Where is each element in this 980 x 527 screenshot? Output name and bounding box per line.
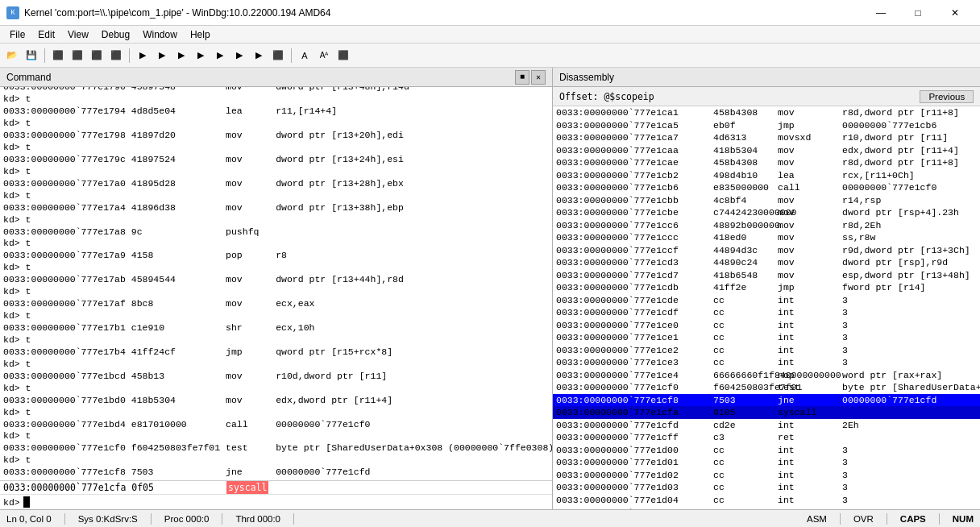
disasm-row[interactable]: 0033:00000000`777e1d03ccint3 [553,481,980,494]
disasm-row[interactable]: 0033:00000000`777e1cd344890c24movdword p… [553,256,980,269]
disasm-bytes: 418b5304 [713,144,778,157]
menu-window[interactable]: Window [136,27,184,42]
disasm-addr: 0033:00000000`777e1d00 [556,444,713,457]
toolbar-btn-12[interactable]: ▶ [230,47,248,64]
toolbar-sep-2 [129,48,130,63]
disasm-mnemonic: int [778,419,842,432]
disasm-mnemonic: mov [778,206,842,219]
disasm-row[interactable]: 0033:00000000`777e1cfa0105syscall [553,406,980,419]
disasm-row[interactable]: 0033:00000000`777e1cbec74424230000000mov… [553,206,980,219]
disasm-mnemonic: int [778,356,842,369]
disasm-row[interactable]: 0033:00000000`777e1d01ccint3 [553,456,980,469]
disasm-bytes: eb0f [713,119,778,132]
disasm-addr: 0033:00000000`777e1cd3 [556,256,713,269]
disasm-row[interactable]: 0033:00000000`777e1cb2498d4b10learcx,[r1… [553,169,980,182]
disasm-mnemonic: int [778,469,842,482]
toolbar-btn-1[interactable]: 📂 [3,47,21,64]
toolbar-btn-3[interactable]: ⬛ [49,47,67,64]
toolbar-btn-6[interactable]: ⬛ [107,47,125,64]
disasm-addr: 0033:00000000`777e1d01 [556,456,713,469]
status-sep-4 [293,513,294,525]
disasm-row[interactable]: 0033:00000000`777e1cffc3ret [553,431,980,444]
toolbar-btn-15[interactable]: ⬛ [334,47,352,64]
status-sep-2 [151,513,152,525]
minimize-button[interactable]: ― [862,0,899,26]
disasm-bytes: cc [713,331,778,344]
menu-edit[interactable]: Edit [31,27,61,42]
command-output[interactable]: 00000000`777e4690 00000000`777e1bcd 0000… [0,87,552,480]
disasm-addr: 0033:00000000`777e1cf0 [556,381,713,394]
disasm-content[interactable]: 0033:00000000`777e1ca1458b4308movr8d,dwo… [553,106,980,509]
toolbar-btn-11[interactable]: ▶ [211,47,229,64]
toolbar-btn-font2[interactable]: Aᴬ [315,47,333,64]
toolbar-btn-font[interactable]: A [296,47,314,64]
disasm-bytes: c74424230000000 [713,206,778,219]
command-input-line[interactable]: kd> [0,494,552,509]
status-proc: Proc 000:0 [164,514,210,524]
command-terminal-icon[interactable]: ■ [515,70,529,85]
disasm-bytes: cc [713,469,778,482]
disasm-mnemonic: mov [778,219,842,232]
disasm-row[interactable]: 0033:00000000`777e1ce1ccint3 [553,331,980,344]
disasm-operands: esp,dword ptr [r13+48h] [842,269,980,282]
offset-bar: Offset: @$scopeip Previous Next [553,87,980,106]
menu-file[interactable]: File [3,27,31,42]
disasm-row[interactable]: 0033:00000000`777e1ce3ccint3 [553,356,980,369]
menu-help[interactable]: Help [184,27,217,42]
previous-button[interactable]: Previous [920,90,974,103]
toolbar-btn-4[interactable]: ⬛ [69,47,86,64]
toolbar-btn-14[interactable]: ⬛ [269,47,287,64]
title-bar: K Kernel 'com:port=\\.\pipe\com_1.pipe' … [0,0,980,26]
disasm-operands [842,431,980,444]
toolbar-btn-8[interactable]: ▶ [153,47,171,64]
disasm-mnemonic: jne [778,394,842,407]
disasm-row[interactable]: 0033:00000000`777e1caa418b5304movedx,dwo… [553,144,980,157]
disasm-row[interactable]: 0033:00000000`777e1ccc418ed0movss,r8w [553,231,980,244]
command-input-area: 0033:00000000`777e1cfa 0f05 syscall kd> [0,480,552,509]
disasm-addr: 0033:00000000`777e1ce2 [556,344,713,357]
menu-bar: File Edit View Debug Window Help [0,26,980,44]
disasm-row[interactable]: 0033:00000000`777e1cbb4c8bf4movr14,rsp [553,194,980,207]
disasm-bytes: cc [713,356,778,369]
disasm-row[interactable]: 0033:00000000`777e1cae458b4308movr8d,dwo… [553,156,980,169]
toolbar-btn-9[interactable]: ▶ [172,47,190,64]
disasm-row[interactable]: 0033:00000000`777e1d00ccint3 [553,444,980,457]
disasm-row[interactable]: 0033:00000000`777e1cf0f604250803fe7f01te… [553,381,980,394]
disasm-addr: 0033:00000000`777e1ccf [556,244,713,257]
toolbar-btn-2[interactable]: 💾 [23,47,40,64]
disasm-mnemonic: syscall [778,406,842,419]
disasm-row[interactable]: 0033:00000000`777e1ce466666660f1f8400000… [553,369,980,382]
toolbar-btn-5[interactable]: ⬛ [88,47,106,64]
disasm-row[interactable]: 0033:00000000`777e1cdeccint3 [553,294,980,307]
menu-debug[interactable]: Debug [95,27,136,42]
toolbar-btn-13[interactable]: ▶ [250,47,268,64]
command-close-icon[interactable]: ✕ [531,70,546,85]
disasm-bytes: cc [713,306,778,319]
disasm-operands: edx,dword ptr [r11+4] [842,144,980,157]
disasm-row[interactable]: 0033:00000000`777e1ce2ccint3 [553,344,980,357]
toolbar-btn-10[interactable]: ▶ [192,47,210,64]
disasm-row[interactable]: 0033:00000000`777e1cdb41ff2ejmpfword ptr… [553,281,980,294]
status-sep-3 [222,513,222,525]
disasm-operands: 3 [842,444,980,457]
disasm-addr: 0033:00000000`777e1ccc [556,231,713,244]
disasm-row[interactable]: 0033:00000000`777e1d04ccint3 [553,494,980,507]
disasm-row[interactable]: 0033:00000000`777e1cdfccint3 [553,306,980,319]
disasm-row[interactable]: 0033:00000000`777e1d02ccint3 [553,469,980,482]
disasm-row[interactable]: 0033:00000000`777e1ca5eb0fjmp00000000`77… [553,119,980,132]
maximize-button[interactable]: □ [899,0,936,26]
disasm-row[interactable]: 0033:00000000`777e1cfdcd2eint2Eh [553,419,980,432]
disasm-row[interactable]: 0033:00000000`777e1ccf44894d3cmovr9d,dwo… [553,244,980,257]
command-panel-title: Command [6,72,51,83]
toolbar-btn-7[interactable]: ▶ [134,47,152,64]
disasm-row[interactable]: 0033:00000000`777e1ca1458b4308movr8d,dwo… [553,106,980,119]
disasm-row[interactable]: 0033:00000000`777e1cb6e835000000call0000… [553,181,980,194]
close-button[interactable]: ✕ [936,0,974,26]
disasm-row[interactable]: 0033:00000000`777e1cd7418b6548movesp,dwo… [553,269,980,282]
disasm-row[interactable]: 0033:00000000`777e1cc648892b000000movr8d… [553,219,980,232]
disasm-row[interactable]: 0033:00000000`777e1ce0ccint3 [553,319,980,332]
disasm-row[interactable]: 0033:00000000`777e1cf87503jne00000000`77… [553,394,980,407]
disasm-row[interactable]: 0033:00000000`777e1ca74d6313movsxdr10,dw… [553,131,980,144]
disasm-addr: 0033:00000000`777e1ce3 [556,356,713,369]
menu-view[interactable]: View [61,27,95,42]
